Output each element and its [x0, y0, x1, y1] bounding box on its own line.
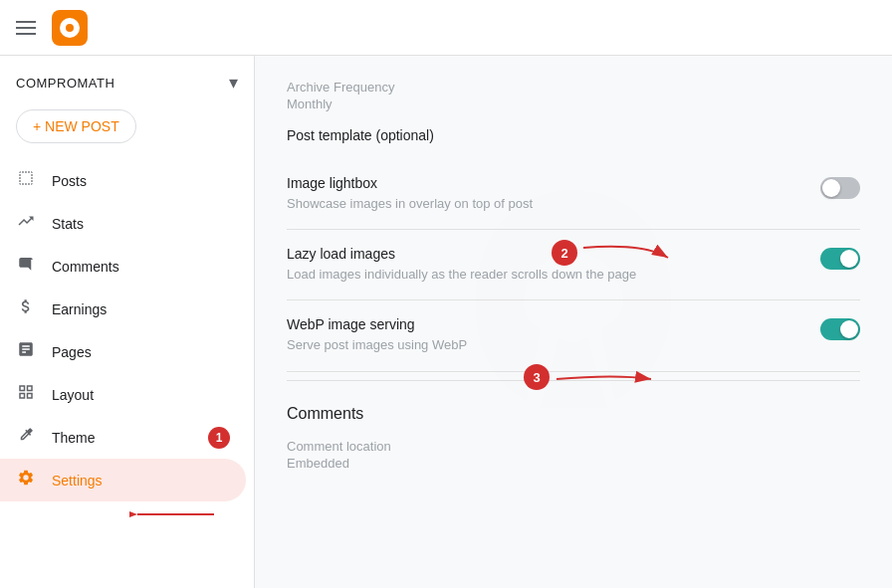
theme-badge: 1 — [208, 427, 230, 449]
nav-earnings[interactable]: Earnings — [0, 288, 246, 330]
lazy-load-slider — [820, 248, 860, 270]
logo-inner — [60, 18, 80, 38]
divider — [287, 380, 860, 381]
webp-title: WebP image serving — [287, 316, 796, 332]
comment-location-value: Embedded — [287, 456, 860, 471]
new-post-button[interactable]: + NEW POST — [16, 109, 136, 143]
lazy-load-desc: Load images individually as the reader s… — [287, 266, 796, 284]
lazy-load-toggle[interactable] — [820, 248, 860, 270]
layout-icon — [16, 383, 36, 406]
settings-icon — [16, 469, 36, 491]
dropdown-arrow-icon: ▾ — [229, 72, 238, 94]
comment-location-section: Comment location Embedded — [287, 439, 860, 471]
nav-stats[interactable]: Stats — [0, 202, 246, 245]
pages-icon — [16, 340, 36, 363]
comments-section-title: Comments — [287, 405, 860, 423]
main-layout: COMPROMATH ▾ + NEW POST Posts Stats Comm… — [0, 56, 892, 588]
nav-comments[interactable]: Comments — [0, 245, 246, 288]
stats-label: Stats — [52, 216, 84, 232]
image-lightbox-desc: Showcase images in overlay on top of pos… — [287, 195, 796, 213]
image-lightbox-title: Image lightbox — [287, 175, 796, 191]
posts-label: Posts — [52, 173, 87, 189]
blog-selector[interactable]: COMPROMATH ▾ — [0, 56, 254, 101]
webp-info: WebP image serving Serve post images usi… — [287, 316, 820, 354]
webp-slider — [820, 318, 860, 340]
earnings-label: Earnings — [52, 301, 107, 317]
theme-icon — [16, 426, 36, 449]
stats-icon — [16, 212, 36, 235]
blog-name: COMPROMATH — [16, 76, 229, 91]
image-lightbox-row: Image lightbox Showcase images in overla… — [287, 159, 860, 230]
lazy-load-title: Lazy load images — [287, 246, 796, 262]
posts-icon — [16, 169, 36, 192]
top-bar — [0, 0, 892, 56]
lazy-load-info: Lazy load images Load images individuall… — [287, 246, 820, 284]
hamburger-menu[interactable] — [16, 21, 36, 35]
earnings-icon — [16, 297, 36, 320]
post-template-label: Post template (optional) — [287, 127, 860, 143]
theme-label: Theme — [52, 430, 96, 446]
nav-layout[interactable]: Layout — [0, 373, 246, 416]
comment-location-label: Comment location — [287, 439, 860, 454]
blogger-logo — [52, 10, 88, 46]
lazy-load-row: Lazy load images Load images individuall… — [287, 230, 860, 300]
archive-frequency-section: Archive Frequency Monthly — [287, 80, 860, 111]
comments-icon — [16, 255, 36, 278]
nav-pages[interactable]: Pages — [0, 330, 246, 373]
sidebar: COMPROMATH ▾ + NEW POST Posts Stats Comm… — [0, 56, 255, 588]
layout-label: Layout — [52, 387, 94, 403]
archive-frequency-value: Monthly — [287, 97, 860, 111]
archive-frequency-label: Archive Frequency — [287, 80, 860, 95]
nav-posts[interactable]: Posts — [0, 159, 246, 202]
nav-settings[interactable]: Settings — [0, 459, 246, 501]
comments-label: Comments — [52, 259, 119, 275]
webp-row: WebP image serving Serve post images usi… — [287, 300, 860, 371]
image-lightbox-toggle[interactable] — [820, 177, 860, 199]
webp-toggle[interactable] — [820, 318, 860, 340]
image-lightbox-slider — [820, 177, 860, 199]
settings-label: Settings — [52, 473, 103, 489]
nav-theme[interactable]: Theme 1 — [0, 416, 246, 459]
pages-label: Pages — [52, 344, 92, 360]
image-lightbox-info: Image lightbox Showcase images in overla… — [287, 175, 820, 213]
content-area: Archive Frequency Monthly Post template … — [255, 56, 892, 588]
webp-desc: Serve post images using WebP — [287, 336, 796, 354]
